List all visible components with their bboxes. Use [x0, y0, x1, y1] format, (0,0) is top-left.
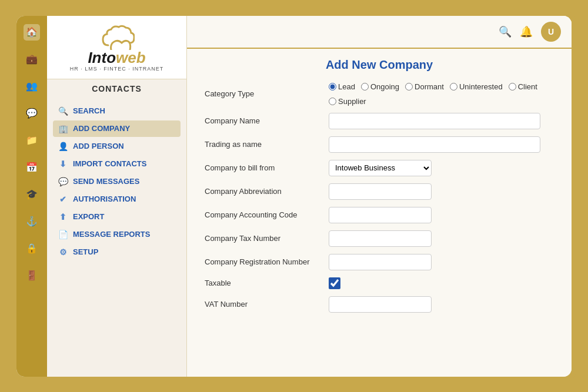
sidebar-label-export: EXPORT: [73, 212, 104, 221]
form-title: Add New Company: [205, 58, 554, 72]
add-person-icon: 👤: [58, 142, 68, 151]
nav-graduation-icon[interactable]: 🎓: [24, 186, 40, 203]
category-type-row: Category Type Lead Ongoing Dormant Uni: [205, 82, 554, 106]
sidebar: Intoweb HR · LMS · FINTEC · INTRANET CON…: [47, 16, 187, 377]
radio-uninterested[interactable]: Uninterested: [450, 82, 503, 91]
taxable-checkbox[interactable]: [329, 277, 340, 289]
company-name-label: Company Name: [205, 116, 319, 125]
bill-from-label: Company to bill from: [205, 163, 319, 172]
radio-lead[interactable]: Lead: [329, 82, 355, 91]
trading-name-label: Trading as name: [205, 140, 319, 149]
import-icon: ⬇: [58, 159, 68, 169]
radio-client[interactable]: Client: [509, 82, 537, 91]
search-top-icon[interactable]: 🔍: [499, 25, 512, 38]
tax-number-row: Company Tax Number: [205, 230, 554, 247]
top-bar: 🔍 🔔 U: [187, 16, 572, 49]
bill-from-row: Company to bill from Intoweb Business Ot…: [205, 160, 554, 176]
taxable-label: Taxable: [205, 279, 319, 287]
radio-ongoing[interactable]: Ongoing: [361, 82, 399, 91]
sidebar-label-add-company: ADD COMPANY: [73, 124, 130, 133]
nav-briefcase-icon[interactable]: 💼: [24, 51, 40, 68]
nav-chat-icon[interactable]: 💬: [24, 105, 40, 122]
nav-people-icon[interactable]: 👥: [24, 78, 40, 95]
nav-lock-icon[interactable]: 🔒: [24, 240, 40, 257]
logo-brand: Intoweb: [88, 50, 145, 65]
accounting-code-input[interactable]: [329, 207, 432, 223]
setup-icon: ⚙: [58, 247, 68, 257]
sidebar-label-authorisation: AUTHORISATION: [73, 195, 136, 203]
tax-number-input[interactable]: [329, 230, 432, 247]
sidebar-nav: 🔍 SEARCH 🏢 ADD COMPANY 👤 ADD PERSON ⬇ IM…: [47, 98, 186, 265]
sidebar-label-add-person: ADD PERSON: [73, 142, 124, 150]
vat-number-row: VAT Number: [205, 296, 554, 313]
sidebar-item-authorisation[interactable]: ✔ AUTHORISATION: [53, 191, 181, 207]
authorisation-icon: ✔: [58, 195, 68, 204]
nav-home-icon[interactable]: 🏠: [24, 24, 40, 41]
add-company-icon: 🏢: [58, 124, 68, 133]
radio-dormant[interactable]: Dormant: [405, 82, 444, 91]
sidebar-item-import-contacts[interactable]: ⬇ IMPORT CONTACTS: [53, 156, 181, 172]
taxable-checkbox-wrap: [329, 277, 340, 289]
company-abbreviation-row: Company Abbreviation: [205, 183, 554, 200]
sidebar-item-search[interactable]: 🔍 SEARCH: [53, 103, 181, 119]
message-reports-icon: 📄: [58, 230, 68, 239]
logo-cloud-icon: [99, 23, 135, 50]
main-content: 🔍 🔔 U Add New Company Category Type Lead…: [187, 16, 572, 377]
logo-area: Intoweb HR · LMS · FINTEC · INTRANET: [47, 16, 186, 79]
outer-container: 🏠 💼 👥 💬 📁 📅 🎓 ⚓ 🔒 🚪 Intoweb HR · LMS ·: [12, 11, 576, 381]
registration-number-input[interactable]: [329, 254, 432, 270]
accounting-code-label: Company Accounting Code: [205, 210, 319, 219]
sidebar-item-message-reports[interactable]: 📄 MESSAGE REPORTS: [53, 226, 181, 243]
taxable-row: Taxable: [205, 277, 554, 289]
sidebar-item-add-company[interactable]: 🏢 ADD COMPANY: [53, 120, 181, 137]
logo-subtitle: HR · LMS · FINTEC · INTRANET: [70, 66, 164, 72]
company-abbreviation-label: Company Abbreviation: [205, 187, 319, 196]
sidebar-label-search: SEARCH: [73, 106, 105, 115]
registration-number-label: Company Registration Number: [205, 257, 319, 266]
vat-number-label: VAT Number: [205, 300, 319, 309]
bell-icon[interactable]: 🔔: [520, 25, 533, 38]
radio-supplier[interactable]: Supplier: [329, 97, 366, 106]
category-radio-group: Lead Ongoing Dormant Uninterested Cl: [329, 82, 554, 106]
sidebar-item-add-person[interactable]: 👤 ADD PERSON: [53, 138, 181, 155]
tax-number-label: Company Tax Number: [205, 234, 319, 243]
sidebar-label-message-reports: MESSAGE REPORTS: [73, 230, 150, 239]
icon-bar: 🏠 💼 👥 💬 📁 📅 🎓 ⚓ 🔒 🚪: [16, 16, 47, 377]
trading-name-input[interactable]: [329, 136, 540, 153]
export-icon: ⬆: [58, 212, 68, 222]
send-messages-icon: 💬: [58, 177, 68, 186]
form-area: Add New Company Category Type Lead Ongoi…: [187, 49, 572, 329]
vat-number-input[interactable]: [329, 296, 432, 313]
trading-name-row: Trading as name: [205, 136, 554, 153]
company-abbreviation-input[interactable]: [329, 183, 432, 200]
nav-calendar-icon[interactable]: 📅: [24, 159, 40, 176]
bill-from-select[interactable]: Intoweb Business Other: [329, 160, 432, 176]
sidebar-item-setup[interactable]: ⚙ SETUP: [53, 244, 181, 260]
nav-folder-icon[interactable]: 📁: [24, 132, 40, 149]
accounting-code-row: Company Accounting Code: [205, 207, 554, 223]
avatar[interactable]: U: [541, 22, 561, 42]
inner-container: 🏠 💼 👥 💬 📁 📅 🎓 ⚓ 🔒 🚪 Intoweb HR · LMS ·: [16, 16, 572, 377]
registration-number-row: Company Registration Number: [205, 254, 554, 270]
search-icon: 🔍: [58, 106, 68, 116]
sidebar-item-send-messages[interactable]: 💬 SEND MESSAGES: [53, 173, 181, 190]
company-name-input[interactable]: [329, 113, 540, 129]
nav-exit-icon[interactable]: 🚪: [24, 267, 40, 284]
nav-anchor-icon[interactable]: ⚓: [24, 213, 40, 230]
sidebar-label-setup: SETUP: [73, 247, 98, 256]
contacts-title: CONTACTS: [47, 79, 186, 98]
sidebar-label-send-messages: SEND MESSAGES: [73, 177, 139, 186]
company-name-row: Company Name: [205, 113, 554, 129]
sidebar-label-import-contacts: IMPORT CONTACTS: [73, 159, 146, 168]
category-type-label: Category Type: [205, 89, 319, 98]
sidebar-item-export[interactable]: ⬆ EXPORT: [53, 209, 181, 225]
